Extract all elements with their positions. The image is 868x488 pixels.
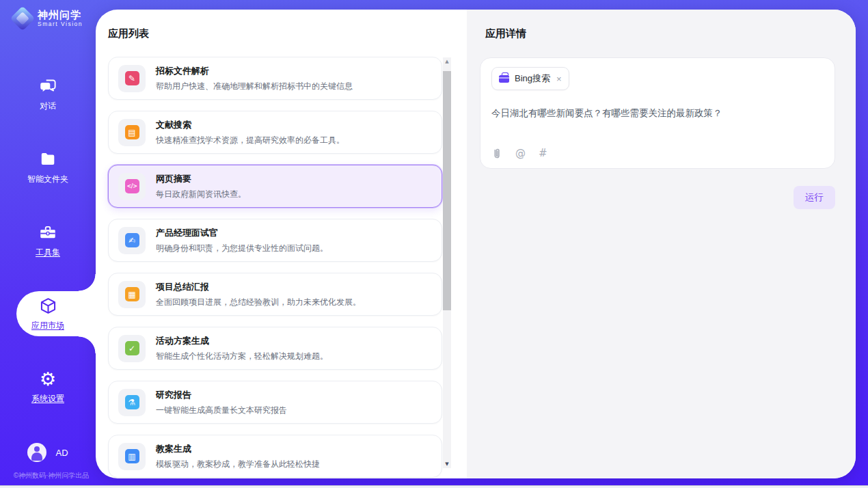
- app-card-web-summary[interactable]: </> 网页摘要 每日政府新闻资讯快查。: [108, 165, 442, 208]
- app-card-text: 网页摘要 每日政府新闻资讯快查。: [156, 173, 246, 200]
- app-card-text: 教案生成 模板驱动，教案秒成，教学准备从此轻松快捷: [156, 443, 320, 470]
- app-name: 项目总结汇报: [156, 281, 361, 293]
- active-tab-curve-bottom: [79, 336, 96, 353]
- app-card-text: 研究报告 一键智能生成高质量长文本研究报告: [156, 389, 287, 416]
- app-description: 模板驱动，教案秒成，教学准备从此轻松快捷: [156, 459, 320, 470]
- chevron-up-icon: ▲: [445, 59, 448, 64]
- diamond-logo-icon: [10, 5, 36, 31]
- sidebar-item-label: 工具集: [36, 247, 60, 258]
- close-icon[interactable]: ×: [556, 74, 562, 84]
- app-description: 快速精准查找学术资源，提高研究效率的必备工具。: [156, 135, 344, 146]
- toolbox-icon: [39, 223, 57, 242]
- summary-report-icon: ▦: [125, 287, 139, 301]
- tool-chip-bing-search[interactable]: Bing搜索 ×: [491, 67, 569, 90]
- app-card-text: 项目总结汇报 全面回顾项目进展，总结经验教训，助力未来优化发展。: [156, 281, 361, 308]
- app-icon-tile: ▦: [118, 281, 146, 308]
- app-icon-tile: ▥: [118, 443, 146, 470]
- app-description: 每日政府新闻资讯快查。: [156, 189, 246, 200]
- brand-name: 神州问学: [38, 9, 83, 21]
- sidebar-item-chat[interactable]: 对话: [0, 72, 96, 117]
- web-summary-icon: </>: [125, 179, 139, 193]
- app-list-panel: 应用列表 ✎ 招标文件解析 帮助用户快速、准确地理解和解析招标书中的关键信息 ▤…: [96, 10, 467, 478]
- app-name: 活动方案生成: [156, 335, 328, 347]
- app-description: 智能生成个性化活动方案，轻松解决规划难题。: [156, 351, 328, 362]
- app-detail-panel: 应用详情 Bing搜索 × 今日湖北有哪些新闻要点？有哪些需要关注的最新政策？ …: [467, 10, 856, 478]
- sidebar-item-label: 应用市场: [31, 320, 64, 331]
- main-content: 应用列表 ✎ 招标文件解析 帮助用户快速、准确地理解和解析招标书中的关键信息 ▤…: [96, 10, 856, 478]
- app-root: { "brand": { "name": "神州问学", "subtitle":…: [0, 0, 868, 488]
- app-name: 产品经理面试官: [156, 227, 328, 239]
- run-button[interactable]: 运行: [794, 186, 835, 209]
- app-icon-tile: </>: [118, 173, 146, 200]
- app-description: 一键智能生成高质量长文本研究报告: [156, 405, 287, 416]
- hash-icon[interactable]: #: [539, 148, 547, 159]
- app-card-pm-interviewer[interactable]: ✍ 产品经理面试官 明确身份和职责，为您提供专业性的面试问题。: [108, 219, 442, 262]
- app-name: 招标文件解析: [156, 65, 353, 77]
- brand-logo: 神州问学 Smart Vision: [11, 9, 83, 27]
- app-name: 网页摘要: [156, 173, 246, 185]
- app-card-text: 产品经理面试官 明确身份和职责，为您提供专业性的面试问题。: [156, 227, 328, 254]
- scrollbar-down-button[interactable]: ▼: [443, 460, 451, 468]
- scrollbar-up-button[interactable]: ▲: [443, 57, 451, 66]
- gear-glyph: ⚙: [40, 370, 56, 388]
- research-icon: ⚗: [125, 395, 139, 409]
- app-card-literature-search[interactable]: ▤ 文献搜索 快速精准查找学术资源，提高研究效率的必备工具。: [108, 111, 442, 154]
- cube-icon: [39, 297, 57, 315]
- clipboard-check-icon: ✓: [125, 341, 139, 355]
- app-description: 明确身份和职责，为您提供专业性的面试问题。: [156, 243, 328, 254]
- lesson-plan-icon: ▥: [125, 449, 139, 463]
- app-name: 教案生成: [156, 443, 320, 455]
- app-icon-tile: ⚗: [118, 389, 146, 416]
- app-card-lesson-plan[interactable]: ▥ 教案生成 模板驱动，教案秒成，教学准备从此轻松快捷: [108, 435, 442, 478]
- briefcase-icon: [499, 75, 509, 83]
- app-card-research-report[interactable]: ⚗ 研究报告 一键智能生成高质量长文本研究报告: [108, 381, 442, 424]
- sidebar-item-smart-folders[interactable]: 智能文件夹: [0, 145, 96, 190]
- app-card-event-plan[interactable]: ✓ 活动方案生成 智能生成个性化活动方案，轻松解决规划难题。: [108, 327, 442, 370]
- sidebar-item-label: 对话: [40, 100, 56, 112]
- user-avatar-icon: [27, 443, 46, 462]
- at-icon[interactable]: @: [515, 148, 526, 159]
- app-name: 研究报告: [156, 389, 287, 401]
- query-text[interactable]: 今日湖北有哪些新闻要点？有哪些需要关注的最新政策？: [491, 107, 824, 148]
- folder-icon: [39, 150, 57, 169]
- sidebar: 神州问学 Smart Vision 对话 智能文件夹: [0, 0, 96, 488]
- app-card-project-summary[interactable]: ▦ 项目总结汇报 全面回顾项目进展，总结经验教训，助力未来优化发展。: [108, 273, 442, 316]
- app-icon-tile: ✍: [118, 227, 146, 254]
- sidebar-item-app-market[interactable]: 应用市场: [0, 291, 96, 336]
- app-card-text: 招标文件解析 帮助用户快速、准确地理解和解析招标书中的关键信息: [156, 65, 353, 92]
- chat-icon: [39, 77, 57, 96]
- gear-icon: ⚙: [40, 370, 56, 388]
- brand-subtitle: Smart Vision: [38, 21, 83, 27]
- user-name: AD: [55, 448, 68, 458]
- app-name: 文献搜索: [156, 119, 344, 131]
- brand-text: 神州问学 Smart Vision: [38, 9, 83, 27]
- sidebar-item-label: 智能文件夹: [27, 174, 68, 185]
- app-card-list: ✎ 招标文件解析 帮助用户快速、准确地理解和解析招标书中的关键信息 ▤ 文献搜索…: [96, 57, 467, 478]
- interviewer-icon: ✍: [125, 233, 139, 247]
- sidebar-nav: 对话 智能文件夹 工具集: [0, 72, 96, 437]
- book-icon: ▤: [125, 125, 139, 139]
- tool-chip-label: Bing搜索: [515, 72, 550, 85]
- list-scrollbar[interactable]: ▲ ▼: [443, 57, 451, 468]
- app-icon-tile: ▤: [118, 119, 146, 146]
- app-description: 全面回顾项目进展，总结经验教训，助力未来优化发展。: [156, 297, 361, 308]
- run-button-row: 运行: [467, 186, 835, 209]
- app-icon-tile: ✓: [118, 335, 146, 362]
- prompt-input[interactable]: Bing搜索 × 今日湖北有哪些新闻要点？有哪些需要关注的最新政策？ @ #: [480, 57, 835, 169]
- app-list-title: 应用列表: [96, 10, 467, 57]
- active-tab-curve-top: [79, 274, 96, 291]
- app-card-text: 文献搜索 快速精准查找学术资源，提高研究效率的必备工具。: [156, 119, 344, 146]
- paperclip-icon[interactable]: [491, 148, 502, 159]
- document-edit-icon: ✎: [125, 71, 139, 85]
- user-account[interactable]: AD: [0, 443, 96, 462]
- app-detail-title: 应用详情: [467, 10, 856, 57]
- scrollbar-thumb[interactable]: [443, 71, 451, 310]
- sidebar-item-settings[interactable]: ⚙ 系统设置: [0, 364, 96, 409]
- app-description: 帮助用户快速、准确地理解和解析招标书中的关键信息: [156, 81, 353, 92]
- copyright-text: ©神州数码·神州问学出品: [0, 471, 103, 480]
- sidebar-item-toolset[interactable]: 工具集: [0, 218, 96, 263]
- app-icon-tile: ✎: [118, 65, 146, 92]
- prompt-toolbar: @ #: [491, 148, 824, 159]
- app-card-bid-document-analysis[interactable]: ✎ 招标文件解析 帮助用户快速、准确地理解和解析招标书中的关键信息: [108, 57, 442, 100]
- chevron-down-icon: ▼: [445, 462, 448, 467]
